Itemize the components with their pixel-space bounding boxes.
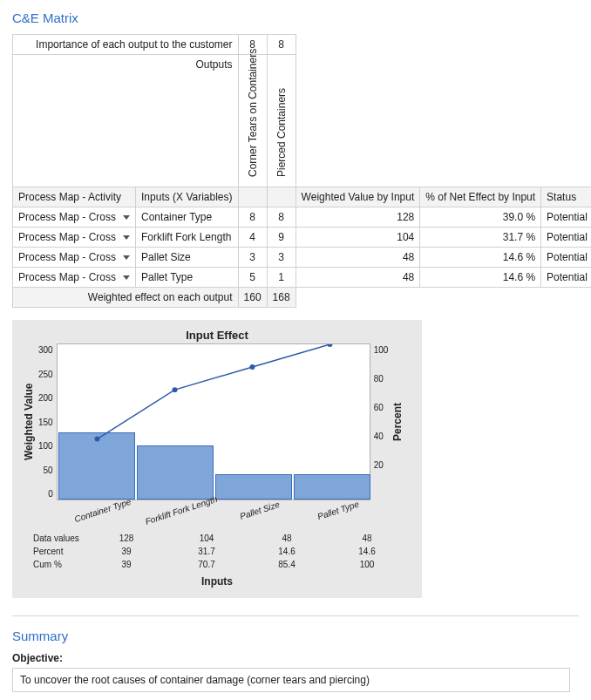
status-dropdown[interactable]: Potential	[541, 268, 591, 288]
footer-val-0: 160	[238, 288, 267, 308]
y-axis-label-left: Weighted Value	[23, 343, 35, 500]
table-row: Process Map - Cross Container Type 8 8 1…	[13, 207, 592, 228]
input-cell: Pallet Type	[136, 268, 239, 288]
output-name-1: Pierced Containers	[274, 58, 289, 180]
status-dropdown[interactable]: Potential	[541, 228, 591, 248]
objective-text[interactable]: To uncover the root causes of container …	[12, 668, 570, 692]
status-dropdown[interactable]: Potential	[541, 248, 591, 268]
footer-label: Weighted effect on each output	[13, 288, 239, 308]
table-row: Process Map - Cross Pallet Size 3 3 48 1…	[13, 248, 592, 268]
col-weighted: Weighted Value by Input	[296, 187, 420, 207]
svg-point-0	[94, 437, 99, 442]
col-status: Status	[541, 187, 591, 207]
chevron-down-icon	[123, 275, 130, 280]
chevron-down-icon	[123, 255, 130, 260]
svg-point-3	[327, 344, 332, 347]
table-row: Process Map - Cross Forklift Fork Length…	[13, 228, 592, 248]
activity-dropdown[interactable]: Process Map - Cross	[13, 228, 136, 248]
chevron-down-icon	[123, 235, 130, 240]
chart-data-table: Data values 128 104 48 48 Percent 39 31.…	[31, 531, 408, 572]
svg-point-2	[249, 364, 255, 370]
cum-line	[58, 344, 370, 500]
importance-label: Importance of each output to the custome…	[13, 35, 239, 55]
input-effect-chart: Input Effect Weighted Value 300 250 200 …	[12, 320, 422, 598]
col-inputs: Inputs (X Variables)	[136, 187, 239, 207]
col-activity: Process Map - Activity	[13, 187, 136, 207]
table-row: Process Map - Cross Pallet Type 5 1 48 1…	[13, 268, 592, 288]
activity-dropdown[interactable]: Process Map - Cross	[13, 207, 136, 228]
x-axis-label: Inputs	[23, 575, 411, 588]
activity-dropdown[interactable]: Process Map - Cross	[13, 248, 136, 268]
input-cell: Pallet Size	[136, 248, 239, 268]
svg-point-1	[172, 387, 177, 392]
chart-title: Input Effect	[23, 329, 411, 342]
input-cell: Forklift Fork Length	[136, 228, 239, 248]
activity-dropdown[interactable]: Process Map - Cross	[13, 268, 136, 288]
y-axis-label-right: Percent	[391, 343, 404, 500]
output-name-0: Corner Tears on Containers	[245, 58, 261, 180]
divider	[12, 615, 579, 616]
ce-matrix-title: C&E Matrix	[12, 10, 579, 25]
input-cell: Container Type	[136, 207, 239, 228]
summary-title: Summary	[12, 629, 579, 643]
ce-matrix-table: Importance of each output to the custome…	[12, 34, 591, 308]
col-pct: % of Net Effect by Input	[420, 187, 541, 207]
objective-label: Objective:	[12, 652, 579, 664]
importance-val-1: 8	[267, 35, 296, 55]
outputs-label: Outputs	[13, 55, 239, 187]
footer-val-1: 168	[267, 288, 296, 308]
chevron-down-icon	[123, 215, 130, 220]
status-dropdown[interactable]: Potential	[541, 207, 591, 228]
plot-area	[57, 343, 370, 500]
